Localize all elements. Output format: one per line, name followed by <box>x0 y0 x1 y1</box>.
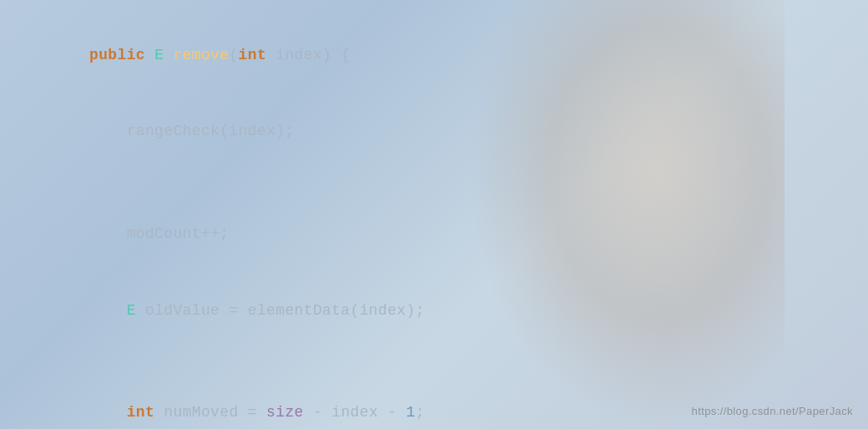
paren-open: ( <box>229 47 238 63</box>
semicolon-5: ; <box>416 404 425 421</box>
watermark: https://blog.csdn.net/PaperJack <box>692 405 853 417</box>
code-line-2: rangeCheck(index); <box>33 93 835 170</box>
old-value-assign: oldValue = elementData(index); <box>136 302 425 319</box>
indent-5 <box>89 404 127 421</box>
code-line-blank2 <box>33 349 835 375</box>
code-line-1: public E remove(int index) { <box>33 17 835 93</box>
keyword-int: int <box>239 47 267 63</box>
type-E: E <box>154 47 173 63</box>
range-check-call: rangeCheck(index); <box>89 123 295 139</box>
code-container: public E remove(int index) { rangeCheck(… <box>0 0 868 429</box>
keyword-public: public <box>89 47 154 63</box>
code-line-blank1 <box>33 170 835 196</box>
method-remove: remove <box>173 47 229 63</box>
mod-count: modCount++; <box>89 225 229 242</box>
minus-index: - index - <box>304 404 406 421</box>
indent-4 <box>89 302 127 319</box>
num-1: 1 <box>406 404 416 421</box>
nummoved-assign: numMoved = <box>154 404 266 421</box>
code-line-4: E oldValue = elementData(index); <box>33 272 835 349</box>
type-E-2: E <box>127 302 136 319</box>
var-size: size <box>266 404 304 421</box>
code-block: public E remove(int index) { rangeCheck(… <box>33 17 835 429</box>
code-line-3: modCount++; <box>33 195 835 272</box>
keyword-int-2: int <box>127 404 155 421</box>
param-index: index) { <box>266 47 350 63</box>
code-line-5: int numMoved = size - index - 1; <box>33 374 835 429</box>
